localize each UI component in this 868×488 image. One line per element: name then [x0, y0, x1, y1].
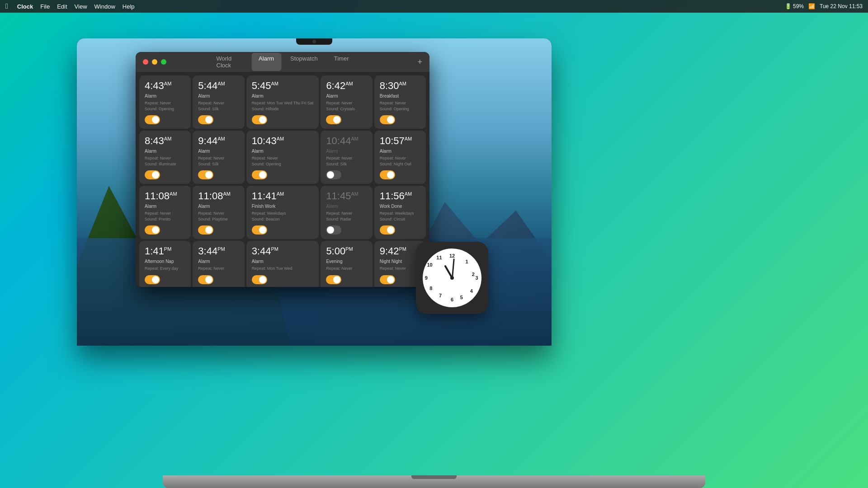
wifi-icon: 📶: [808, 3, 815, 9]
alarm-card[interactable]: 5:44AMAlarmRepeat: Never Sound: Silk: [193, 75, 244, 129]
menu-window[interactable]: Window: [94, 3, 115, 10]
alarm-card[interactable]: 11:45AMAlarmRepeat: Never Sound: Radar: [321, 186, 372, 239]
alarm-toggle[interactable]: [326, 225, 341, 235]
alarm-card[interactable]: 1:41PMAfternoon NapRepeat: Every day: [139, 241, 191, 287]
clock-num-10: 10: [427, 262, 432, 267]
alarm-toggle[interactable]: [252, 115, 267, 124]
alarm-card[interactable]: 6:42AMAlarmRepeat: Never Sound: Crystals: [321, 75, 372, 129]
alarm-label: Alarm: [198, 94, 239, 99]
alarm-card[interactable]: 11:08AMAlarmRepeat: Never Sound: Playtim…: [193, 186, 244, 239]
alarm-card[interactable]: 5:00PMEveningRepeat: Never: [321, 241, 372, 287]
alarm-time: 11:45AM: [326, 191, 367, 201]
alarm-time: 11:56AM: [380, 191, 420, 201]
clock-num-3: 3: [476, 275, 478, 281]
alarm-label: Breakfast: [380, 94, 420, 99]
alarm-card[interactable]: 9:44AMAlarmRepeat: Never Sound: Silk: [193, 131, 244, 184]
alarm-label: Alarm: [252, 94, 314, 99]
alarm-detail: Repeat: Never Sound: Silk: [198, 155, 239, 167]
alarm-time: 8:43AM: [145, 136, 185, 146]
clock-num-4: 4: [470, 288, 473, 294]
window-controls: [143, 59, 166, 65]
datetime-display: Tue 22 Nov 11:53: [820, 3, 863, 9]
alarm-label: Night Night: [380, 259, 420, 264]
alarm-card[interactable]: 8:43AMAlarmRepeat: Never Sound: Illumina…: [139, 131, 191, 184]
alarm-label: Alarm: [198, 259, 239, 264]
minute-hand: [452, 258, 455, 278]
menu-file[interactable]: File: [40, 3, 50, 10]
clock-num-5: 5: [460, 295, 463, 300]
alarm-card[interactable]: 11:56AMWork DoneRepeat: Weekdays Sound: …: [374, 186, 426, 239]
alarm-toggle[interactable]: [326, 170, 341, 179]
alarm-card[interactable]: 10:43AMAlarmRepeat: Never Sound: Opening: [246, 131, 319, 184]
alarm-toggle[interactable]: [145, 115, 160, 124]
alarm-time: 11:41AM: [252, 191, 314, 201]
alarm-card[interactable]: 11:08AMAlarmRepeat: Never Sound: Presto: [139, 186, 191, 239]
menubar-right: 🔋 59% 📶 Tue 22 Nov 11:53: [785, 3, 863, 9]
alarm-toggle[interactable]: [380, 225, 395, 235]
tab-stopwatch[interactable]: Stopwatch: [283, 53, 325, 71]
laptop-stand: [163, 475, 705, 488]
clock-num-6: 6: [451, 297, 453, 302]
apple-logo-icon[interactable]: : [5, 2, 8, 10]
clock-num-2: 2: [472, 272, 475, 277]
alarm-detail: Repeat: Never Sound: Crystals: [326, 100, 367, 112]
alarm-toggle[interactable]: [252, 225, 267, 235]
menubar:  Clock File Edit View Window Help 🔋 59%…: [0, 0, 868, 13]
alarm-toggle[interactable]: [198, 170, 213, 179]
minimize-button[interactable]: [152, 59, 157, 65]
alarm-toggle[interactable]: [198, 115, 213, 124]
menu-edit[interactable]: Edit: [57, 3, 67, 10]
alarm-detail: Repeat: Never Sound: Illuminate: [145, 155, 185, 167]
alarm-card[interactable]: 5:45AMAlarmRepeat: Mon Tue Wed Thu Fri S…: [246, 75, 319, 129]
alarm-detail: Repeat: Never: [198, 266, 239, 272]
close-button[interactable]: [143, 59, 148, 65]
alarm-time: 10:43AM: [252, 136, 314, 146]
alarm-toggle[interactable]: [198, 225, 213, 235]
alarm-toggle[interactable]: [252, 275, 267, 284]
add-alarm-button[interactable]: +: [417, 57, 422, 67]
menu-view[interactable]: View: [75, 3, 87, 10]
alarm-toggle[interactable]: [326, 275, 341, 284]
alarm-toggle[interactable]: [380, 275, 395, 284]
alarm-card[interactable]: 10:57AMAlarmRepeat: Never Sound: Night O…: [374, 131, 426, 184]
alarm-toggle[interactable]: [380, 115, 395, 124]
alarm-detail: Repeat: Never Sound: Silk: [198, 100, 239, 112]
alarm-label: Alarm: [326, 149, 367, 154]
tab-timer[interactable]: Timer: [327, 53, 356, 71]
laptop-hinge: [411, 475, 457, 479]
alarm-toggle[interactable]: [252, 170, 267, 179]
alarm-label: Alarm: [326, 94, 367, 99]
tab-world-clock[interactable]: World Clock: [209, 53, 250, 71]
maximize-button[interactable]: [161, 59, 166, 65]
alarm-time: 9:42PM: [380, 246, 420, 256]
alarm-time: 9:44AM: [198, 136, 239, 146]
alarm-detail: Repeat: Never Sound: Presto: [145, 211, 185, 222]
alarm-label: Finish Work: [252, 204, 314, 209]
alarm-card[interactable]: 3:44PMAlarmRepeat: Never: [193, 241, 244, 287]
alarm-toggle[interactable]: [145, 170, 160, 179]
app-name[interactable]: Clock: [17, 3, 33, 10]
clock-num-1: 1: [465, 259, 468, 264]
alarm-label: Alarm: [145, 204, 185, 209]
alarm-time: 3:44PM: [252, 246, 314, 256]
alarm-label: Alarm: [380, 149, 420, 154]
clock-face: 12 1 2 3 4 5 6 7 8 9 10 11: [423, 249, 481, 307]
alarm-toggle[interactable]: [326, 115, 341, 124]
alarm-detail: Repeat: Never Sound: Silk: [326, 155, 367, 167]
alarm-card[interactable]: 4:43AMAlarmRepeat: Never Sound: Opening: [139, 75, 191, 129]
alarm-detail: Repeat: Every day: [145, 266, 185, 272]
tab-alarm[interactable]: Alarm: [251, 53, 281, 71]
alarm-card[interactable]: 8:30AMBreakfastRepeat: Never Sound: Open…: [374, 75, 426, 129]
alarm-toggle[interactable]: [145, 275, 160, 284]
menu-help[interactable]: Help: [123, 3, 135, 10]
alarm-toggle[interactable]: [198, 275, 213, 284]
alarm-card[interactable]: 3:44PMAlarmRepeat: Mon Tue Wed: [246, 241, 319, 287]
alarm-card[interactable]: 10:44AMAlarmRepeat: Never Sound: Silk: [321, 131, 372, 184]
alarm-detail: Repeat: Never: [380, 266, 420, 272]
alarm-label: Alarm: [145, 94, 185, 99]
alarm-time: 6:42AM: [326, 81, 367, 91]
alarm-toggle[interactable]: [380, 170, 395, 179]
alarm-label: Work Done: [380, 204, 420, 209]
alarm-toggle[interactable]: [145, 225, 160, 235]
alarm-card[interactable]: 11:41AMFinish WorkRepeat: Weekdays Sound…: [246, 186, 319, 239]
